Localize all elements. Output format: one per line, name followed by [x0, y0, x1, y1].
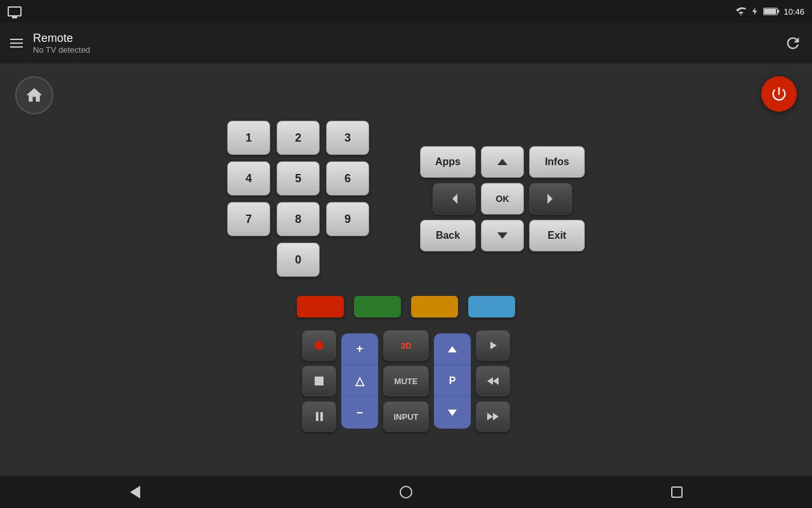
pause-button[interactable] [302, 401, 336, 432]
charging-icon [750, 7, 759, 16]
color-btn-blue[interactable] [468, 296, 515, 318]
apps-button[interactable]: Apps [420, 146, 476, 178]
num-btn-1[interactable]: 1 [227, 121, 270, 155]
color-btn-red[interactable] [297, 296, 344, 318]
nav-row-top: Apps Infos [420, 146, 585, 178]
wifi-icon [735, 7, 747, 16]
color-btn-green[interactable] [354, 296, 401, 318]
nav-up-button[interactable] [481, 146, 524, 178]
recents-nav-icon [671, 486, 683, 498]
mute-button[interactable]: MUTE [383, 366, 429, 396]
input-button[interactable]: INPUT [383, 401, 429, 432]
play-button[interactable] [476, 330, 510, 361]
volume-col: + △ − [341, 333, 378, 429]
exit-button[interactable]: Exit [529, 220, 585, 251]
playback-col [476, 330, 510, 432]
stop-button[interactable] [302, 366, 336, 396]
ok-button[interactable]: OK [481, 183, 524, 215]
num-btn-8[interactable]: 8 [277, 202, 320, 236]
power-button[interactable] [761, 76, 797, 112]
num-btn-7[interactable]: 7 [227, 202, 270, 236]
ch-up-button[interactable] [434, 333, 471, 365]
num-btn-5[interactable]: 5 [277, 161, 320, 196]
refresh-button[interactable] [784, 34, 802, 52]
home-nav-icon [400, 486, 412, 498]
battery-icon [763, 7, 780, 16]
func-col: 3D MUTE INPUT [383, 330, 429, 432]
svg-rect-2 [778, 10, 780, 13]
bottom-nav [0, 476, 812, 508]
back-button[interactable]: Back [420, 220, 476, 251]
app-title: Remote [33, 32, 774, 45]
home-button[interactable] [15, 76, 53, 114]
back-nav-icon [130, 486, 140, 498]
bottom-controls: + △ − 3D MUTE INPUT P [302, 330, 510, 432]
app-subtitle: No TV detected [33, 45, 774, 55]
channel-col: P [434, 333, 471, 429]
stop-square-icon [315, 377, 324, 385]
rewind-button[interactable] [476, 366, 510, 396]
nav-row-middle: OK [433, 183, 572, 215]
fastforward-button[interactable] [476, 401, 510, 432]
3d-button[interactable]: 3D [383, 330, 429, 361]
nav-down-button[interactable] [481, 220, 524, 251]
main-content: 1 2 3 4 5 6 7 8 9 0 Apps [0, 64, 812, 476]
hamburger-button[interactable] [10, 39, 23, 48]
num-btn-2[interactable]: 2 [277, 121, 320, 155]
num-btn-4[interactable]: 4 [227, 161, 270, 196]
num-btn-0[interactable]: 0 [277, 243, 320, 277]
back-nav-button[interactable] [126, 483, 145, 502]
app-bar: Remote No TV detected [0, 23, 812, 64]
numpad: 1 2 3 4 5 6 7 8 9 0 [227, 121, 369, 277]
ch-p-button[interactable]: P [434, 365, 471, 397]
status-bar-left [8, 6, 22, 17]
recents-nav-button[interactable] [667, 483, 686, 502]
time-label: 10:46 [783, 7, 804, 17]
infos-button[interactable]: Infos [529, 146, 585, 178]
rec-dot-icon [315, 341, 324, 350]
num-btn-3[interactable]: 3 [326, 121, 369, 155]
nav-left-button[interactable] [433, 183, 476, 215]
record-button[interactable] [302, 330, 336, 361]
vol-mute-symbol-button[interactable]: △ [341, 365, 378, 397]
ch-down-button[interactable] [434, 397, 471, 429]
app-title-group: Remote No TV detected [33, 32, 774, 55]
nav-row-bottom: Back Exit [420, 220, 585, 251]
color-buttons [297, 296, 515, 318]
nav-right-button[interactable] [529, 183, 572, 215]
transport-col [302, 330, 336, 432]
color-btn-yellow[interactable] [411, 296, 458, 318]
screen-icon [8, 6, 22, 17]
status-bar: 10:46 [0, 0, 812, 23]
num-btn-6[interactable]: 6 [326, 161, 369, 196]
num-btn-9[interactable]: 9 [326, 202, 369, 236]
home-nav-button[interactable] [396, 483, 416, 502]
status-bar-right: 10:46 [735, 7, 804, 17]
vol-plus-button[interactable]: + [341, 333, 378, 365]
svg-rect-1 [764, 9, 776, 14]
vol-minus-button[interactable]: − [341, 397, 378, 429]
nav-pad: Apps Infos OK [420, 146, 585, 251]
remote-layout: 1 2 3 4 5 6 7 8 9 0 Apps [227, 121, 585, 277]
pause-bars-icon [316, 412, 323, 421]
